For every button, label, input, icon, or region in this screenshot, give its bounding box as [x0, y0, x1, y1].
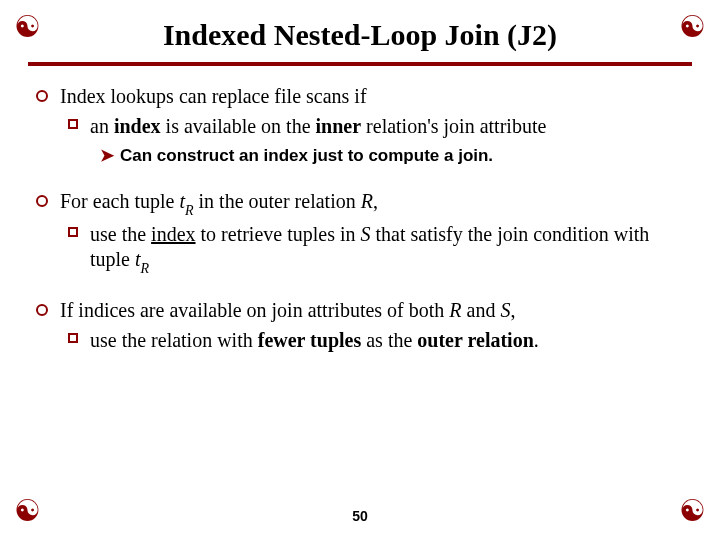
bullet-item: Index lookups can replace file scans if … — [60, 84, 680, 167]
yinyang-icon: ☯ — [14, 12, 41, 42]
sub-bullet-text: use the index to retrieve tuples in S th… — [90, 223, 649, 271]
subscript-var: R — [185, 203, 194, 218]
text-fragment: , — [373, 190, 378, 212]
text-fragment: For each tuple — [60, 190, 179, 212]
text-fragment: relation's join attribute — [361, 115, 546, 137]
text-fragment: in the outer relation — [194, 190, 361, 212]
square-bullet-icon — [68, 119, 78, 129]
circle-bullet-icon — [36, 195, 48, 207]
italic-var: R — [361, 190, 373, 212]
bold-text: inner — [316, 115, 362, 137]
text-fragment: use the — [90, 223, 151, 245]
italic-var: t — [135, 248, 141, 270]
italic-var: S — [360, 223, 370, 245]
bold-text: fewer tuples — [258, 329, 362, 351]
square-bullet-icon — [68, 333, 78, 343]
text-fragment: If indices are available on join attribu… — [60, 299, 449, 321]
text-fragment: an — [90, 115, 114, 137]
text-fragment: to retrieve tuples in — [196, 223, 361, 245]
arrow-bullet-icon: ➤ — [100, 145, 114, 167]
square-bullet-icon — [68, 227, 78, 237]
bullet-text: If indices are available on join attribu… — [60, 299, 515, 321]
note-item: ➤ Can construct an index just to compute… — [120, 145, 680, 167]
slide: ☯ ☯ ☯ ☯ Indexed Nested-Loop Join (J2) In… — [0, 0, 720, 540]
underline-text: index — [151, 223, 195, 245]
text-fragment: is available on the — [161, 115, 316, 137]
text-fragment: . — [534, 329, 539, 351]
text-fragment: as the — [361, 329, 417, 351]
text-fragment: and — [462, 299, 501, 321]
italic-var: S — [500, 299, 510, 321]
sub-bullet-text: use the relation with fewer tuples as th… — [90, 329, 539, 351]
slide-title: Indexed Nested-Loop Join (J2) — [0, 0, 720, 62]
bullet-text: For each tuple tR in the outer relation … — [60, 190, 378, 212]
bold-text: index — [114, 115, 161, 137]
italic-var: R — [449, 299, 461, 321]
subscript-var: R — [141, 261, 150, 276]
bullet-text: Index lookups can replace file scans if — [60, 85, 367, 107]
sub-bullet-text: an index is available on the inner relat… — [90, 115, 546, 137]
slide-body: Index lookups can replace file scans if … — [0, 84, 720, 354]
bold-text: outer relation — [417, 329, 533, 351]
text-fragment: , — [510, 299, 515, 321]
sub-bullet-item: use the relation with fewer tuples as th… — [90, 328, 680, 354]
circle-bullet-icon — [36, 304, 48, 316]
bullet-item: For each tuple tR in the outer relation … — [60, 189, 680, 276]
yinyang-icon: ☯ — [679, 12, 706, 42]
page-number: 50 — [0, 508, 720, 524]
bullet-item: If indices are available on join attribu… — [60, 298, 680, 353]
sub-bullet-item: an index is available on the inner relat… — [90, 114, 680, 167]
note-text: Can construct an index just to compute a… — [120, 146, 493, 165]
sub-bullet-item: use the index to retrieve tuples in S th… — [90, 222, 680, 277]
circle-bullet-icon — [36, 90, 48, 102]
text-fragment: use the relation with — [90, 329, 258, 351]
title-rule — [28, 62, 692, 66]
